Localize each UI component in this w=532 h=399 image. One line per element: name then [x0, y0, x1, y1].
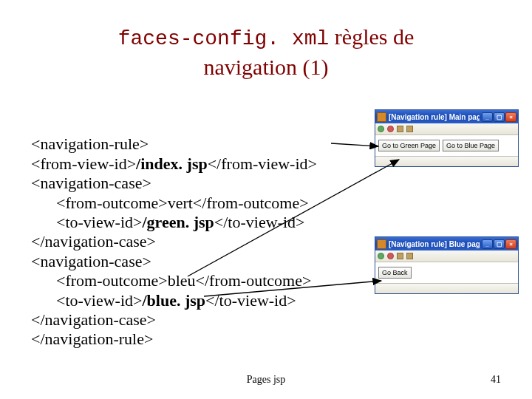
code-line: <navigation-case> — [31, 174, 151, 192]
code-line: <navigation-case> — [31, 252, 151, 270]
go-back-button[interactable]: Go Back — [378, 267, 412, 279]
title-rest1: règles de — [329, 24, 414, 49]
toolbar-icon — [387, 253, 394, 259]
app-icon — [377, 239, 386, 249]
toolbar-icon — [397, 253, 403, 259]
window-body: Go to Green Page Go to Blue Page — [375, 135, 518, 156]
minimize-button[interactable]: _ — [482, 112, 493, 122]
window-buttons: _ ▢ × — [482, 112, 516, 122]
svg-line-0 — [331, 143, 378, 146]
maximize-button[interactable]: ▢ — [494, 239, 505, 249]
title-rest2: navigation (1) — [203, 55, 328, 79]
toolbar-icon — [406, 126, 413, 132]
window-toolbar — [375, 123, 518, 135]
code-line: <to-view-id>/green. jsp</to-view-id> — [31, 213, 304, 231]
slide-title: faces-config. xml règles de navigation (… — [0, 22, 532, 81]
page-number: 41 — [491, 374, 501, 386]
window-title: [Navigation rule] Main page… — [389, 113, 480, 121]
go-green-button[interactable]: Go to Green Page — [378, 140, 440, 151]
code-line: <to-view-id>/blue. jsp</to-view-id> — [31, 291, 296, 310]
browser-window-main: [Navigation rule] Main page… _ ▢ × Go to… — [375, 109, 519, 167]
footer-label: Pages jsp — [247, 374, 286, 386]
window-body: Go Back — [375, 262, 518, 283]
code-line: </navigation-rule> — [31, 330, 153, 348]
window-buttons: _ ▢ × — [482, 239, 516, 249]
toolbar-icon — [397, 126, 403, 132]
toolbar-icon — [378, 253, 384, 259]
window-title: [Navigation rule] Blue page … — [389, 240, 480, 248]
xml-code-block: <navigation-rule> <from-view-id>/index. … — [31, 115, 317, 349]
toolbar-icon — [387, 126, 394, 132]
title-mono: faces-config. xml — [118, 27, 330, 50]
code-line: <from-outcome>bleu</from-outcome> — [31, 271, 311, 290]
maximize-button[interactable]: ▢ — [494, 112, 505, 122]
code-line: </navigation-case> — [31, 310, 156, 329]
toolbar-icon — [406, 253, 413, 259]
toolbar-icon — [378, 126, 384, 132]
code-line: <navigation-rule> — [31, 134, 149, 153]
close-button[interactable]: × — [505, 112, 516, 122]
app-icon — [377, 112, 386, 122]
window-statusbar — [375, 156, 518, 166]
code-line: <from-outcome>vert</from-outcome> — [31, 194, 309, 212]
window-titlebar: [Navigation rule] Main page… _ ▢ × — [375, 110, 518, 123]
browser-window-blue: [Navigation rule] Blue page … _ ▢ × Go B… — [375, 236, 519, 294]
window-statusbar — [375, 283, 518, 293]
code-line: <from-view-id>/index. jsp</from-view-id> — [31, 154, 317, 173]
go-blue-button[interactable]: Go to Blue Page — [443, 140, 499, 151]
minimize-button[interactable]: _ — [482, 239, 493, 249]
window-titlebar: [Navigation rule] Blue page … _ ▢ × — [375, 237, 518, 250]
close-button[interactable]: × — [505, 239, 516, 249]
code-line: </navigation-case> — [31, 232, 156, 250]
window-toolbar — [375, 250, 518, 262]
